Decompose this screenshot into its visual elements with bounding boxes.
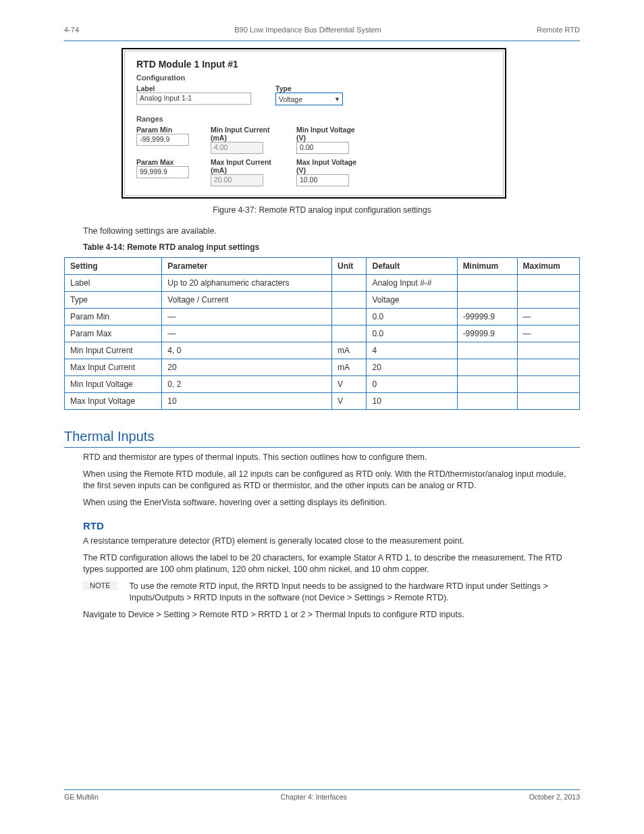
min-voltage-input[interactable]: 0.00 (296, 142, 349, 154)
page-footer: GE Multilin Chapter 4: Interfaces Octobe… (64, 789, 580, 801)
table-cell: 10 (367, 392, 457, 409)
param-max-label: Param Max (136, 158, 189, 166)
footer-left: GE Multilin (64, 793, 99, 801)
intro-text: The following settings are available. (64, 226, 580, 237)
table-cell: 20 (367, 359, 457, 375)
chevron-down-icon: ▼ (334, 96, 340, 103)
table-cell: Voltage (367, 291, 457, 308)
figure-panel: RTD Module 1 Input #1 Configuration Labe… (122, 48, 506, 199)
table-cell: Type (65, 291, 162, 308)
table-cell (457, 291, 517, 308)
table-cell: 20 (162, 359, 332, 375)
page-number-top: 4-74 (64, 26, 79, 34)
table-cell (517, 291, 579, 308)
th-default: Default (367, 257, 457, 274)
table-header-row: Setting Parameter Unit Default Minimum M… (65, 257, 580, 274)
min-current-input: 4.00 (211, 142, 263, 154)
settings-table: Setting Parameter Unit Default Minimum M… (64, 257, 580, 410)
table-cell: Up to 20 alphanumeric characters (162, 274, 332, 291)
th-unit: Unit (331, 257, 366, 274)
table-cell (331, 274, 366, 291)
th-minimum: Minimum (457, 257, 517, 274)
table-cell: 10 (162, 392, 332, 409)
label-field-label: Label (136, 84, 251, 93)
rtd-text-3: Navigate to Device > Setting > Remote RT… (64, 609, 580, 621)
table-cell (331, 308, 366, 325)
max-current-input: 20.00 (211, 174, 263, 186)
table-cell (457, 359, 517, 375)
table-cell: Min Input Current (65, 342, 162, 359)
thermal-inputs-heading: Thermal Inputs (64, 429, 580, 448)
max-voltage-label: Max Input Voltage (V) (296, 158, 360, 174)
table-cell: 0.0 (367, 308, 457, 325)
table-cell (331, 291, 366, 308)
table-cell: 4, 0 (162, 342, 332, 359)
table-row: Max Input Current20mA20 (65, 359, 580, 375)
table-row: Min Input Voltage0, 2V0 (65, 375, 580, 392)
ranges-heading: Ranges (136, 115, 491, 123)
table-cell: mA (331, 359, 366, 375)
table-cell: Label (65, 274, 162, 291)
table-cell: 0.0 (367, 325, 457, 342)
table-cell: Min Input Voltage (65, 375, 162, 392)
table-row: LabelUp to 20 alphanumeric charactersAna… (65, 274, 580, 291)
rtd-text-2: The RTD configuration allows the label t… (64, 552, 580, 575)
section-title: Remote RTD (537, 26, 580, 34)
table-cell (457, 342, 517, 359)
type-field-label: Type (275, 84, 343, 93)
thermal-text-3: When using the EnerVista software, hover… (64, 497, 580, 509)
table-cell: V (331, 375, 366, 392)
table-cell (517, 342, 579, 359)
note-text: To use the remote RTD input, the RRTD In… (130, 581, 580, 604)
table-row: TypeVoltage / CurrentVoltage (65, 291, 580, 308)
table-row: Param Min—0.0-99999.9— (65, 308, 580, 325)
rtd-subheading: RTD (64, 520, 580, 531)
th-parameter: Parameter (162, 257, 332, 274)
th-setting: Setting (65, 257, 162, 274)
table-cell (517, 274, 579, 291)
table-cell: 0, 2 (162, 375, 332, 392)
param-max-input[interactable]: 99,999.9 (136, 166, 189, 178)
rtd-text-1: A resistance temperature detector (RTD) … (64, 536, 580, 547)
table-cell: mA (331, 342, 366, 359)
table-row: Min Input Current4, 0mA4 (65, 342, 580, 359)
table-cell: — (517, 308, 579, 325)
type-select[interactable]: Voltage ▼ (275, 93, 343, 105)
param-min-input[interactable]: -99,999.9 (136, 134, 189, 146)
table-cell (457, 375, 517, 392)
table-cell: Max Input Current (65, 359, 162, 375)
table-cell: Voltage / Current (162, 291, 332, 308)
header-rule (64, 41, 580, 41)
table-caption: Table 4-14: Remote RTD analog input sett… (64, 242, 580, 252)
table-cell: — (162, 308, 332, 325)
figure-title: RTD Module 1 Input #1 (136, 59, 491, 70)
table-cell: Param Max (65, 325, 162, 342)
label-input[interactable]: Analog Input 1-1 (136, 93, 251, 105)
table-cell (457, 392, 517, 409)
table-cell (331, 325, 366, 342)
chapter-title: B90 Low Impedance Bus Differential Syste… (234, 26, 381, 34)
min-voltage-label: Min Input Voltage (V) (296, 126, 360, 142)
type-select-value: Voltage (279, 95, 302, 103)
table-cell: Max Input Voltage (65, 392, 162, 409)
th-maximum: Maximum (517, 257, 579, 274)
table-cell: -99999.9 (457, 325, 517, 342)
max-voltage-input[interactable]: 10.00 (296, 174, 349, 186)
table-cell: — (162, 325, 332, 342)
note-block: NOTE To use the remote RTD input, the RR… (64, 581, 580, 604)
table-cell (517, 359, 579, 375)
param-min-label: Param Min (136, 126, 189, 134)
table-row: Param Max—0.0-99999.9— (65, 325, 580, 342)
max-current-label: Max Input Current (mA) (211, 158, 275, 174)
min-current-label: Min Input Current (mA) (211, 126, 275, 142)
table-cell (457, 274, 517, 291)
note-label: NOTE (83, 581, 117, 590)
configuration-heading: Configuration (136, 74, 491, 82)
table-cell: Param Min (65, 308, 162, 325)
table-cell: — (517, 325, 579, 342)
thermal-text-1: RTD and thermistor are types of thermal … (64, 452, 580, 463)
footer-center: Chapter 4: Interfaces (281, 793, 347, 801)
table-cell (517, 375, 579, 392)
table-cell: 0 (367, 375, 457, 392)
table-cell: 4 (367, 342, 457, 359)
